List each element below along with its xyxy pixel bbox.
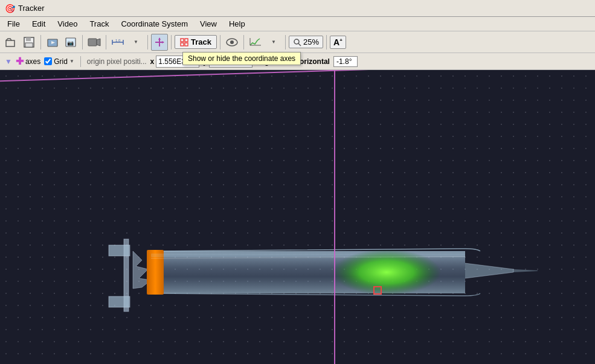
menu-track[interactable]: Track <box>85 18 114 30</box>
menu-bar: File Edit Video Track Coordinate System … <box>0 17 595 31</box>
calibration-button[interactable]: 1.0 <box>109 34 126 51</box>
graph-button[interactable] <box>247 34 264 51</box>
zoom-button[interactable]: 25% <box>289 36 323 48</box>
svg-rect-21 <box>185 43 188 46</box>
app-icon: 🎯 <box>5 4 15 13</box>
toolbar: 📷 1.0 ▼ <box>0 31 595 53</box>
grid-dropdown-icon[interactable]: ▼ <box>69 59 74 64</box>
svg-text:1.0: 1.0 <box>115 39 121 42</box>
font-button[interactable]: A+ <box>330 36 346 49</box>
calib-dropdown[interactable]: ▼ <box>127 34 144 51</box>
tracker-marker <box>373 286 382 295</box>
separator-4 <box>147 35 148 49</box>
app-title: Tracker <box>18 4 45 13</box>
open-button[interactable] <box>2 34 19 51</box>
video-clip-button[interactable] <box>86 34 103 51</box>
svg-rect-19 <box>185 39 188 42</box>
vertical-axis <box>334 70 335 364</box>
svg-rect-29 <box>109 245 130 256</box>
tooltip: Show or hide the coordinate axes <box>182 52 301 65</box>
axes-toggle[interactable]: ✚ axes <box>16 56 40 67</box>
svg-point-23 <box>230 40 234 44</box>
grid-checkbox[interactable] <box>44 57 52 65</box>
svg-rect-2 <box>26 37 31 41</box>
menu-coordinate[interactable]: Coordinate System <box>116 18 193 30</box>
origin-label: origin pixel positi... <box>87 57 147 66</box>
svg-point-26 <box>294 39 299 44</box>
menu-video[interactable]: Video <box>53 18 82 30</box>
separator-7 <box>243 35 244 49</box>
menu-help[interactable]: Help <box>224 18 250 30</box>
svg-rect-8 <box>88 39 97 46</box>
axes-separator <box>80 56 81 67</box>
axes-crosshair-icon: ✚ <box>16 56 24 67</box>
grid-label: Grid <box>54 57 68 66</box>
visibility-button[interactable] <box>224 34 240 51</box>
svg-marker-17 <box>162 41 164 43</box>
menu-edit[interactable]: Edit <box>27 18 50 30</box>
svg-rect-20 <box>181 43 184 46</box>
svg-line-27 <box>298 43 301 46</box>
menu-file[interactable]: File <box>2 18 25 30</box>
svg-rect-3 <box>25 43 33 47</box>
track-label: Track <box>191 37 211 46</box>
grid-checkbox-area[interactable]: Grid ▼ <box>44 57 74 66</box>
svg-rect-0 <box>6 40 14 46</box>
svg-rect-30 <box>109 296 130 307</box>
angle-value: -1.8° <box>333 56 358 67</box>
separator-3 <box>106 35 106 49</box>
axes-dropdown-icon[interactable]: ▼ <box>5 57 12 66</box>
svg-text:📷: 📷 <box>67 39 74 46</box>
x-label: x <box>150 57 155 66</box>
axes-label-text: axes <box>25 57 40 66</box>
svg-rect-18 <box>181 39 184 42</box>
separator-1 <box>40 35 41 49</box>
menu-view[interactable]: View <box>195 18 222 30</box>
separator-8 <box>285 35 286 49</box>
open-clip-button[interactable] <box>44 34 61 51</box>
title-bar: 🎯 Tracker <box>0 0 595 17</box>
separator-5 <box>171 35 172 49</box>
separator-6 <box>220 35 220 49</box>
syringe-visualization <box>30 191 544 360</box>
export-button[interactable]: 📷 <box>62 34 79 51</box>
svg-marker-9 <box>97 39 100 46</box>
save-button[interactable] <box>21 34 37 51</box>
separator-2 <box>82 35 83 49</box>
svg-marker-16 <box>158 37 161 40</box>
graph-dropdown[interactable]: ▼ <box>265 34 282 51</box>
zoom-label: 25% <box>303 37 319 46</box>
track-button[interactable]: Track <box>175 35 217 49</box>
axes-button[interactable] <box>151 34 168 51</box>
canvas-area[interactable] <box>0 70 595 364</box>
separator-9 <box>326 35 327 49</box>
